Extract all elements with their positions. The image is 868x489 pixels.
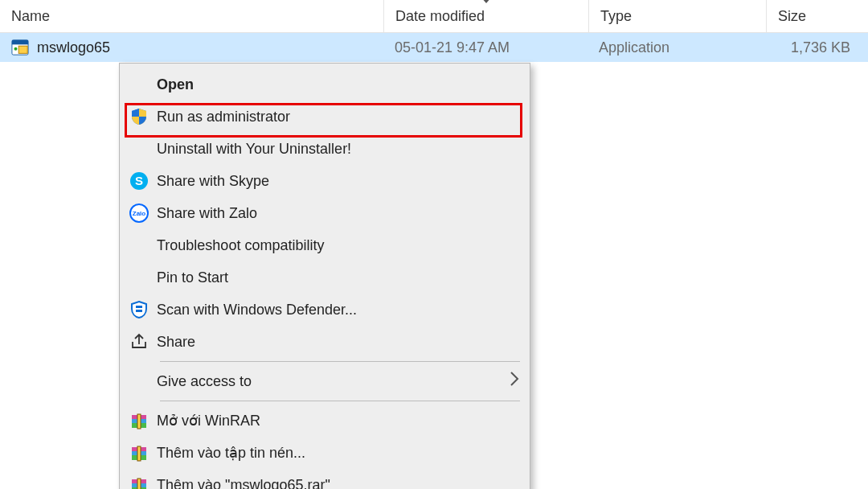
menu-share-zalo[interactable]: Zalo Share with Zalo: [121, 197, 528, 229]
winrar-icon: [121, 411, 157, 430]
svg-text:Zalo: Zalo: [133, 210, 146, 217]
uac-shield-icon: [121, 107, 157, 126]
svg-rect-1: [12, 40, 28, 45]
column-type[interactable]: Type: [589, 0, 767, 32]
skype-icon: S: [121, 171, 157, 191]
file-date: 05-01-21 9:47 AM: [383, 39, 588, 56]
context-menu: Open Run as administrator Uninstall with…: [119, 63, 530, 489]
menu-separator: [160, 401, 520, 401]
chevron-right-icon: [501, 370, 528, 392]
menu-winrar-add[interactable]: Thêm vào tập tin nén...: [121, 437, 528, 469]
share-icon: [121, 332, 157, 351]
menu-give-access[interactable]: Give access to: [121, 365, 528, 397]
column-size[interactable]: Size: [767, 0, 868, 32]
defender-shield-icon: [121, 300, 157, 319]
svg-rect-2: [18, 46, 27, 53]
svg-point-3: [14, 47, 17, 51]
menu-troubleshoot[interactable]: Troubleshoot compatibility: [121, 229, 528, 261]
svg-rect-19: [137, 446, 141, 461]
column-date-label: Date modified: [395, 8, 485, 25]
svg-rect-8: [136, 306, 142, 308]
file-type: Application: [588, 39, 764, 56]
menu-defender-scan[interactable]: Scan with Windows Defender...: [121, 294, 528, 326]
menu-winrar-add-named[interactable]: Thêm vào "mswlogo65.rar": [121, 469, 528, 489]
svg-rect-24: [137, 479, 141, 489]
file-name: mswlogo65: [37, 39, 110, 56]
zalo-icon: Zalo: [121, 203, 157, 223]
menu-share[interactable]: Share: [121, 326, 528, 358]
application-file-icon: [11, 39, 29, 56]
menu-open[interactable]: Open: [121, 68, 528, 101]
svg-text:S: S: [135, 174, 143, 187]
winrar-icon: [121, 475, 157, 489]
menu-pin-to-start[interactable]: Pin to Start: [121, 261, 528, 294]
menu-separator: [160, 361, 520, 362]
menu-uninstall[interactable]: Uninstall with Your Uninstaller!: [121, 133, 528, 165]
menu-winrar-open[interactable]: Mở với WinRAR: [121, 405, 528, 437]
column-name[interactable]: Name: [0, 0, 384, 32]
menu-run-as-admin[interactable]: Run as administrator: [121, 101, 528, 133]
svg-rect-9: [136, 310, 142, 312]
file-size: 1,736 KB: [764, 39, 868, 56]
column-date[interactable]: Date modified: [384, 0, 589, 32]
sort-indicator-icon: [481, 0, 492, 3]
column-headers: Name Date modified Type Size: [0, 0, 868, 33]
file-row[interactable]: mswlogo65 05-01-21 9:47 AM Application 1…: [0, 33, 868, 62]
menu-share-skype[interactable]: S Share with Skype: [121, 165, 528, 197]
winrar-icon: [121, 443, 157, 462]
svg-rect-14: [137, 414, 141, 429]
